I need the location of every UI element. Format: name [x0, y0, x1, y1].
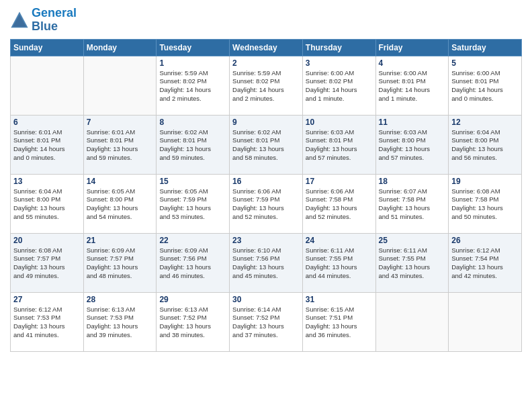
- calendar-cell: 24Sunrise: 6:11 AM Sunset: 7:55 PM Dayli…: [302, 233, 375, 292]
- day-number: 11: [379, 118, 446, 127]
- day-info: Sunrise: 6:02 AM Sunset: 8:01 PM Dayligh…: [232, 128, 300, 163]
- calendar-week-row: 1Sunrise: 5:59 AM Sunset: 8:02 PM Daylig…: [11, 56, 522, 115]
- day-number: 21: [87, 236, 154, 245]
- day-number: 31: [306, 295, 373, 304]
- day-info: Sunrise: 6:04 AM Sunset: 8:00 PM Dayligh…: [13, 187, 81, 222]
- day-info: Sunrise: 6:00 AM Sunset: 8:01 PM Dayligh…: [379, 69, 446, 103]
- day-number: 7: [87, 118, 154, 127]
- calendar-cell: 25Sunrise: 6:11 AM Sunset: 7:55 PM Dayli…: [375, 233, 449, 292]
- day-info: Sunrise: 6:15 AM Sunset: 7:51 PM Dayligh…: [306, 306, 373, 340]
- calendar-cell: 3Sunrise: 6:00 AM Sunset: 8:02 PM Daylig…: [302, 56, 375, 115]
- calendar-cell: 15Sunrise: 6:05 AM Sunset: 7:59 PM Dayli…: [157, 174, 230, 233]
- day-number: 4: [379, 58, 446, 68]
- day-number: 25: [379, 236, 446, 245]
- day-number: 16: [232, 177, 300, 186]
- calendar-cell: 22Sunrise: 6:09 AM Sunset: 7:56 PM Dayli…: [157, 233, 230, 292]
- calendar-cell: 6Sunrise: 6:01 AM Sunset: 8:01 PM Daylig…: [11, 115, 84, 174]
- calendar-week-row: 27Sunrise: 6:12 AM Sunset: 7:53 PM Dayli…: [11, 292, 522, 351]
- day-info: Sunrise: 6:00 AM Sunset: 8:01 PM Dayligh…: [451, 69, 519, 103]
- day-info: Sunrise: 6:14 AM Sunset: 7:52 PM Dayligh…: [232, 306, 300, 340]
- calendar-cell: 12Sunrise: 6:04 AM Sunset: 8:00 PM Dayli…: [449, 115, 522, 174]
- calendar-cell: 13Sunrise: 6:04 AM Sunset: 8:00 PM Dayli…: [11, 174, 84, 233]
- calendar-cell: 1Sunrise: 5:59 AM Sunset: 8:02 PM Daylig…: [157, 56, 230, 115]
- day-info: Sunrise: 6:11 AM Sunset: 7:55 PM Dayligh…: [306, 246, 373, 281]
- day-number: 30: [232, 295, 300, 304]
- day-info: Sunrise: 6:06 AM Sunset: 7:58 PM Dayligh…: [306, 187, 373, 222]
- day-number: 15: [159, 177, 226, 186]
- weekday-header: Thursday: [302, 39, 375, 56]
- calendar-cell: 4Sunrise: 6:00 AM Sunset: 8:01 PM Daylig…: [375, 56, 449, 115]
- weekday-header: Wednesday: [230, 39, 303, 56]
- calendar-cell: [449, 292, 522, 351]
- weekday-header: Monday: [83, 39, 157, 56]
- calendar: SundayMondayTuesdayWednesdayThursdayFrid…: [10, 39, 522, 352]
- calendar-week-row: 13Sunrise: 6:04 AM Sunset: 8:00 PM Dayli…: [11, 174, 522, 233]
- day-number: 19: [451, 177, 519, 186]
- weekday-header: Friday: [375, 39, 449, 56]
- calendar-header-row: SundayMondayTuesdayWednesdayThursdayFrid…: [11, 39, 522, 56]
- calendar-cell: 27Sunrise: 6:12 AM Sunset: 7:53 PM Dayli…: [11, 292, 84, 351]
- calendar-cell: 19Sunrise: 6:08 AM Sunset: 7:58 PM Dayli…: [449, 174, 522, 233]
- calendar-cell: [11, 56, 84, 115]
- day-number: 23: [232, 236, 300, 245]
- day-number: 9: [232, 118, 300, 127]
- day-number: 3: [306, 58, 373, 68]
- logo: General Blue: [10, 7, 77, 34]
- calendar-cell: 23Sunrise: 6:10 AM Sunset: 7:56 PM Dayli…: [230, 233, 303, 292]
- weekday-header: Sunday: [11, 39, 84, 56]
- day-info: Sunrise: 6:11 AM Sunset: 7:55 PM Dayligh…: [379, 246, 446, 281]
- day-number: 14: [87, 177, 154, 186]
- calendar-cell: 5Sunrise: 6:00 AM Sunset: 8:01 PM Daylig…: [449, 56, 522, 115]
- day-info: Sunrise: 6:12 AM Sunset: 7:53 PM Dayligh…: [13, 306, 81, 340]
- day-number: 29: [159, 295, 226, 304]
- day-info: Sunrise: 6:01 AM Sunset: 8:01 PM Dayligh…: [13, 128, 81, 163]
- logo-text: General Blue: [32, 7, 77, 34]
- calendar-cell: [375, 292, 449, 351]
- day-info: Sunrise: 6:06 AM Sunset: 7:59 PM Dayligh…: [232, 187, 300, 222]
- calendar-cell: 21Sunrise: 6:09 AM Sunset: 7:57 PM Dayli…: [83, 233, 157, 292]
- calendar-cell: 17Sunrise: 6:06 AM Sunset: 7:58 PM Dayli…: [302, 174, 375, 233]
- day-number: 5: [451, 58, 519, 68]
- day-info: Sunrise: 6:08 AM Sunset: 7:57 PM Dayligh…: [13, 246, 81, 281]
- calendar-cell: 14Sunrise: 6:05 AM Sunset: 8:00 PM Dayli…: [83, 174, 157, 233]
- day-number: 13: [13, 177, 81, 186]
- header: General Blue: [10, 7, 522, 34]
- calendar-cell: 18Sunrise: 6:07 AM Sunset: 7:58 PM Dayli…: [375, 174, 449, 233]
- day-info: Sunrise: 6:05 AM Sunset: 8:00 PM Dayligh…: [87, 187, 154, 222]
- calendar-cell: 10Sunrise: 6:03 AM Sunset: 8:01 PM Dayli…: [302, 115, 375, 174]
- day-info: Sunrise: 6:13 AM Sunset: 7:53 PM Dayligh…: [87, 306, 154, 340]
- calendar-week-row: 6Sunrise: 6:01 AM Sunset: 8:01 PM Daylig…: [11, 115, 522, 174]
- calendar-week-row: 20Sunrise: 6:08 AM Sunset: 7:57 PM Dayli…: [11, 233, 522, 292]
- calendar-cell: 28Sunrise: 6:13 AM Sunset: 7:53 PM Dayli…: [83, 292, 157, 351]
- day-info: Sunrise: 5:59 AM Sunset: 8:02 PM Dayligh…: [232, 69, 300, 103]
- day-info: Sunrise: 6:03 AM Sunset: 8:00 PM Dayligh…: [379, 128, 446, 163]
- day-number: 18: [379, 177, 446, 186]
- day-info: Sunrise: 6:03 AM Sunset: 8:01 PM Dayligh…: [306, 128, 373, 163]
- day-number: 28: [87, 295, 154, 304]
- calendar-cell: 26Sunrise: 6:12 AM Sunset: 7:54 PM Dayli…: [449, 233, 522, 292]
- day-number: 8: [159, 118, 226, 127]
- calendar-cell: [83, 56, 157, 115]
- day-number: 10: [306, 118, 373, 127]
- day-number: 27: [13, 295, 81, 304]
- calendar-cell: 9Sunrise: 6:02 AM Sunset: 8:01 PM Daylig…: [230, 115, 303, 174]
- day-info: Sunrise: 6:07 AM Sunset: 7:58 PM Dayligh…: [379, 187, 446, 222]
- day-info: Sunrise: 6:09 AM Sunset: 7:56 PM Dayligh…: [159, 246, 226, 281]
- day-info: Sunrise: 6:02 AM Sunset: 8:01 PM Dayligh…: [159, 128, 226, 163]
- day-info: Sunrise: 6:04 AM Sunset: 8:00 PM Dayligh…: [451, 128, 519, 163]
- logo-icon: [10, 11, 29, 30]
- day-info: Sunrise: 6:13 AM Sunset: 7:52 PM Dayligh…: [159, 306, 226, 340]
- calendar-cell: 29Sunrise: 6:13 AM Sunset: 7:52 PM Dayli…: [157, 292, 230, 351]
- calendar-cell: 16Sunrise: 6:06 AM Sunset: 7:59 PM Dayli…: [230, 174, 303, 233]
- weekday-header: Saturday: [449, 39, 522, 56]
- calendar-cell: 31Sunrise: 6:15 AM Sunset: 7:51 PM Dayli…: [302, 292, 375, 351]
- day-info: Sunrise: 6:12 AM Sunset: 7:54 PM Dayligh…: [451, 246, 519, 281]
- day-info: Sunrise: 6:08 AM Sunset: 7:58 PM Dayligh…: [451, 187, 519, 222]
- day-number: 24: [306, 236, 373, 245]
- weekday-header: Tuesday: [157, 39, 230, 56]
- day-info: Sunrise: 6:00 AM Sunset: 8:02 PM Dayligh…: [306, 69, 373, 103]
- day-number: 2: [232, 58, 300, 68]
- calendar-cell: 11Sunrise: 6:03 AM Sunset: 8:00 PM Dayli…: [375, 115, 449, 174]
- calendar-cell: 7Sunrise: 6:01 AM Sunset: 8:01 PM Daylig…: [83, 115, 157, 174]
- calendar-cell: 30Sunrise: 6:14 AM Sunset: 7:52 PM Dayli…: [230, 292, 303, 351]
